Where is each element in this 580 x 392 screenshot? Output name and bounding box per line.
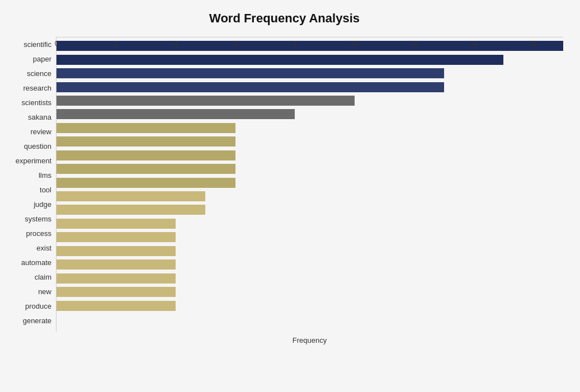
- bar-row: [56, 108, 563, 120]
- bar-row: [56, 136, 563, 147]
- x-tick: 14: [470, 40, 477, 48]
- bar: [56, 136, 235, 147]
- bar: [56, 232, 176, 242]
- bar: [56, 96, 355, 106]
- x-axis-label: Frequency: [293, 336, 327, 344]
- bar-row: [56, 150, 563, 161]
- y-label: paper: [6, 53, 56, 65]
- bar: [56, 273, 176, 284]
- bars-and-x: 0246810121416 Frequency: [56, 37, 563, 345]
- y-label: scientists: [6, 96, 56, 108]
- bar-row: [56, 122, 563, 134]
- bar-row: [56, 204, 563, 215]
- bar-row: [56, 286, 563, 297]
- y-label: experiment: [6, 154, 56, 167]
- y-label: generate: [6, 315, 56, 327]
- bar-row: [56, 218, 563, 229]
- bar-row: [56, 163, 563, 174]
- bars-wrapper: [56, 37, 563, 315]
- bar: [56, 109, 295, 119]
- x-axis-label-container: Frequency: [56, 332, 563, 345]
- y-label: systems: [6, 213, 56, 225]
- y-label: claim: [6, 271, 56, 284]
- x-tick: 0: [55, 40, 59, 48]
- chart-title: Word Frequency Analysis: [6, 11, 563, 26]
- x-axis: 0246810121416: [56, 37, 563, 54]
- bar: [56, 123, 235, 133]
- bar-row: [56, 68, 563, 79]
- y-label: process: [6, 228, 56, 240]
- y-label: llms: [6, 169, 56, 181]
- x-tick: 4: [174, 40, 178, 48]
- bar: [56, 68, 444, 78]
- bars-section: 0246810121416: [56, 37, 563, 332]
- bar-row: [56, 54, 563, 65]
- y-label: automate: [6, 257, 56, 269]
- y-label: question: [6, 140, 56, 152]
- bar-row: [56, 95, 563, 106]
- bar: [56, 259, 176, 270]
- bar: [56, 301, 176, 311]
- bar: [56, 287, 176, 297]
- bar: [56, 219, 176, 229]
- y-label: science: [6, 67, 56, 79]
- y-label: research: [6, 82, 56, 94]
- bar: [56, 55, 503, 65]
- y-label: review: [6, 125, 56, 138]
- x-tick: 10: [351, 40, 358, 48]
- bar: [56, 178, 235, 188]
- bar-row: [56, 232, 563, 243]
- x-tick: 6: [233, 40, 237, 48]
- chart-container: Word Frequency Analysis scientificpapers…: [0, 0, 580, 392]
- bar: [56, 150, 235, 160]
- bar-row: [56, 300, 563, 311]
- x-tick: 8: [293, 40, 297, 48]
- y-label: new: [6, 286, 56, 298]
- y-label: judge: [6, 199, 56, 211]
- bar: [56, 246, 176, 256]
- bar: [56, 82, 444, 92]
- bar-row: [56, 82, 563, 93]
- y-axis: scientificpaperscienceresearchscientists…: [6, 37, 56, 345]
- x-tick: 12: [411, 40, 418, 48]
- bar-row: [56, 273, 563, 284]
- y-label: produce: [6, 300, 56, 313]
- x-tick: 16: [530, 40, 537, 48]
- y-label: tool: [6, 183, 56, 196]
- bar: [56, 164, 235, 174]
- bar: [56, 205, 205, 215]
- bar-row: [56, 259, 563, 270]
- bar-row: [56, 191, 563, 202]
- bar-row: [56, 245, 563, 257]
- bar: [56, 191, 205, 201]
- y-label: scientific: [6, 38, 56, 50]
- bar-row: [56, 177, 563, 188]
- y-label: exist: [6, 242, 56, 254]
- x-tick: 2: [114, 40, 118, 48]
- chart-area: scientificpaperscienceresearchscientists…: [6, 37, 563, 345]
- y-label: sakana: [6, 111, 56, 123]
